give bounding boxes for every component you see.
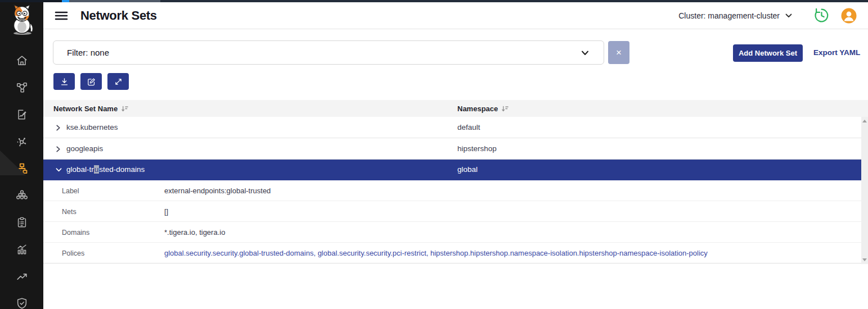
- sidebar-item-service-graph[interactable]: [15, 81, 29, 94]
- user-avatar-icon[interactable]: [841, 8, 857, 24]
- detail-row-nets: Nets []: [43, 201, 861, 222]
- menu-icon[interactable]: [54, 9, 69, 22]
- sidebar-item-network-visualization[interactable]: [15, 135, 29, 148]
- column-label: Network Set Name: [53, 104, 118, 113]
- sidebar-item-threat-defense[interactable]: [15, 297, 29, 309]
- close-icon: ×: [616, 47, 622, 58]
- sidebar-item-timeline[interactable]: [15, 270, 29, 283]
- table-row[interactable]: googleapis hipstershop: [43, 138, 861, 160]
- page-title: Network Sets: [80, 8, 157, 23]
- clear-filter-button[interactable]: ×: [608, 41, 629, 64]
- detail-key: Label: [62, 187, 79, 195]
- namespace-cell: global: [457, 165, 478, 174]
- threat-defense-shield-icon: [16, 297, 28, 309]
- column-label: Namespace: [457, 104, 498, 113]
- sidebar-item-compliance-reports[interactable]: [15, 216, 29, 229]
- edit-icon: [87, 77, 96, 87]
- column-header-network-set-name[interactable]: Network Set Name: [53, 100, 128, 117]
- network-set-name: googleapis: [66, 144, 103, 153]
- chevron-right-icon[interactable]: [56, 146, 61, 152]
- detail-key: Domains: [62, 229, 89, 237]
- detail-key: Polices: [62, 249, 84, 257]
- detail-value: []: [164, 207, 168, 216]
- app-root: Network Sets Cluster: management-cluster…: [0, 0, 868, 309]
- detail-row-polices: Polices global.security.security.global-…: [43, 243, 861, 263]
- network-sets-table: Network Set Name Namespace kse.kubernete…: [43, 100, 868, 263]
- service-graph-icon: [16, 81, 28, 94]
- detail-value: external-endpoints:global-trusted: [164, 187, 271, 195]
- text-cursor-highlight: u: [94, 165, 100, 174]
- policies-icon: [16, 108, 28, 121]
- main-content: Filter: none × Add Network Set Export YA…: [43, 29, 868, 309]
- cluster-selector-label: Cluster: management-cluster: [678, 11, 780, 20]
- sidebar: [0, 2, 43, 309]
- name-part: sted-domains: [99, 165, 145, 174]
- cluster-selector[interactable]: Cluster: management-cluster: [678, 11, 792, 20]
- edit-button[interactable]: [80, 73, 102, 90]
- endpoints-icon: [16, 189, 28, 202]
- timeline-icon: [16, 270, 28, 283]
- detail-value-policies[interactable]: global.security.security.global-trusted-…: [164, 249, 708, 257]
- expand-button[interactable]: [107, 73, 129, 90]
- detail-value: *.tigera.io, tigera.io: [164, 228, 225, 237]
- chevron-down-icon: [785, 13, 792, 18]
- sidebar-corner-decoration: [0, 151, 26, 175]
- table-header: Network Set Name Namespace: [43, 100, 868, 117]
- table-scrollbar[interactable]: [861, 117, 868, 264]
- calico-cat-logo[interactable]: [5, 3, 39, 35]
- detail-row-label: Label external-endpoints:global-trusted: [43, 180, 861, 201]
- history-restore-icon[interactable]: [813, 7, 830, 24]
- detail-key: Nets: [62, 208, 77, 216]
- filter-value: Filter: none: [67, 48, 109, 57]
- compliance-reports-icon: [16, 216, 28, 229]
- table-row-selected[interactable]: global-trusted-domains global: [43, 160, 861, 180]
- dashboard-icon: [16, 243, 28, 256]
- namespace-cell: default: [457, 123, 480, 131]
- chevron-right-icon[interactable]: [56, 125, 61, 131]
- scroll-up-icon[interactable]: [862, 120, 867, 122]
- sort-icon: [121, 105, 128, 112]
- network-set-name: global-trusted-domains: [66, 165, 145, 174]
- sidebar-item-endpoints[interactable]: [15, 189, 29, 202]
- sidebar-nav: [0, 54, 43, 309]
- column-header-namespace[interactable]: Namespace: [457, 100, 509, 117]
- export-yaml-link[interactable]: Export YAML: [813, 48, 860, 57]
- network-set-name: kse.kubernetes: [66, 123, 118, 131]
- namespace-cell: hipstershop: [457, 144, 497, 153]
- sidebar-item-policies[interactable]: [15, 108, 29, 121]
- table-row[interactable]: kse.kubernetes default: [43, 117, 861, 138]
- expand-icon: [114, 77, 123, 87]
- top-bar: Network Sets Cluster: management-cluster: [43, 2, 868, 29]
- add-network-set-button[interactable]: Add Network Set: [733, 44, 803, 62]
- chevron-down-icon[interactable]: [56, 167, 62, 172]
- sidebar-item-home[interactable]: [15, 54, 29, 67]
- network-visualization-icon: [16, 135, 28, 148]
- download-icon: [60, 77, 69, 87]
- scroll-down-icon[interactable]: [862, 258, 867, 261]
- download-button[interactable]: [53, 73, 75, 90]
- chevron-down-icon: [581, 50, 589, 56]
- filter-dropdown[interactable]: Filter: none: [53, 40, 604, 65]
- sort-icon: [501, 105, 509, 112]
- home-icon: [16, 54, 28, 67]
- sidebar-item-dashboard[interactable]: [15, 243, 29, 256]
- name-part: global-tr: [66, 165, 94, 174]
- detail-row-domains: Domains *.tigera.io, tigera.io: [43, 222, 861, 243]
- toolbar: [53, 73, 129, 90]
